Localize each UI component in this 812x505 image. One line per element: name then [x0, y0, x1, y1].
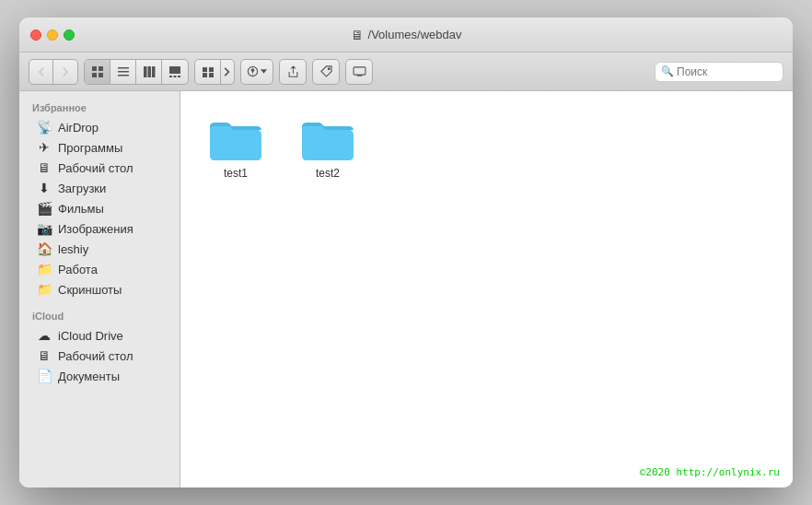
view-button-group: [84, 59, 189, 85]
screenshots-icon: 📁: [36, 282, 52, 297]
tag-button[interactable]: [312, 59, 340, 85]
svg-rect-12: [174, 76, 177, 77]
sidebar-item-downloads[interactable]: ⬇ Загрузки: [23, 178, 176, 198]
svg-rect-4: [118, 67, 129, 69]
icloud-label: iCloud: [19, 311, 180, 325]
sidebar-item-icloud-drive[interactable]: ☁ iCloud Drive: [23, 325, 176, 346]
file-grid: test1 test2: [199, 110, 774, 187]
watermark: ©2020 http://onlynix.ru: [640, 466, 780, 478]
search-box[interactable]: 🔍: [655, 62, 783, 82]
programs-icon: ✈: [36, 140, 52, 155]
svg-rect-3: [99, 73, 103, 77]
sidebar-item-desktop-label: Рабочий стол: [58, 161, 133, 175]
svg-rect-7: [144, 66, 147, 77]
svg-rect-15: [203, 73, 207, 77]
finder-window: 🖥 /Volumes/webdav: [19, 18, 793, 487]
title-text: /Volumes/webdav: [368, 28, 462, 41]
sidebar-item-programs[interactable]: ✈ Программы: [23, 137, 176, 158]
main-content: Избранное 📡 AirDrop ✈ Программы 🖥 Рабочи…: [19, 91, 793, 487]
svg-rect-9: [152, 66, 156, 77]
sidebar-item-icloud-desktop[interactable]: 🖥 Рабочий стол: [23, 346, 176, 366]
forward-button[interactable]: [53, 60, 77, 84]
movies-icon: 🎬: [36, 201, 52, 216]
sidebar-item-documents[interactable]: 📄 Документы: [23, 366, 176, 386]
sidebar-item-work[interactable]: 📁 Работа: [23, 259, 176, 279]
titlebar: 🖥 /Volumes/webdav: [19, 18, 793, 53]
images-icon: 📷: [36, 221, 52, 236]
close-button[interactable]: [30, 29, 41, 41]
file-item-test1[interactable]: test1: [199, 110, 273, 187]
leshiy-icon: 🏠: [36, 241, 52, 256]
downloads-icon: ⬇: [36, 181, 52, 195]
sidebar-item-movies-label: Фильмы: [58, 202, 104, 216]
documents-icon: 📄: [36, 369, 52, 383]
svg-rect-6: [118, 75, 129, 76]
search-input[interactable]: [677, 65, 777, 78]
file-label-test2: test2: [316, 167, 340, 180]
sidebar-item-icloud-drive-label: iCloud Drive: [58, 329, 123, 343]
svg-rect-5: [118, 71, 129, 73]
sidebar-divider: [19, 299, 180, 311]
group-button[interactable]: [195, 60, 221, 84]
search-icon: 🔍: [661, 65, 674, 77]
svg-rect-17: [209, 73, 214, 77]
file-area: test1 test2 ©2020 http://onlynix.ru: [180, 91, 793, 487]
sidebar-item-screenshots[interactable]: 📁 Скриншоты: [23, 279, 176, 299]
svg-rect-13: [178, 76, 180, 77]
svg-rect-0: [92, 66, 97, 71]
favorites-label: Избранное: [19, 102, 180, 117]
disk-icon: 🖥: [351, 28, 364, 42]
column-view-button[interactable]: [136, 60, 162, 84]
action-button[interactable]: [240, 59, 273, 85]
nav-button-group: [29, 59, 78, 85]
file-label-test1: test1: [224, 167, 248, 180]
screen-button[interactable]: [345, 59, 373, 85]
sidebar-item-desktop[interactable]: 🖥 Рабочий стол: [23, 158, 176, 178]
svg-rect-11: [169, 76, 172, 77]
sidebar-item-leshiy-label: leshiy: [58, 242, 88, 256]
group-chevron-button[interactable]: [221, 60, 234, 84]
desktop-icon: 🖥: [36, 160, 52, 175]
list-view-button[interactable]: [110, 60, 136, 84]
work-icon: 📁: [36, 262, 52, 276]
sidebar-item-airdrop-label: AirDrop: [58, 121, 99, 135]
svg-rect-14: [203, 67, 207, 72]
window-title: 🖥 /Volumes/webdav: [351, 28, 462, 42]
sidebar-item-airdrop[interactable]: 📡 AirDrop: [23, 117, 176, 137]
sidebar-item-icloud-desktop-label: Рабочий стол: [58, 349, 133, 363]
sidebar-item-programs-label: Программы: [58, 141, 122, 155]
share-button[interactable]: [279, 59, 307, 85]
svg-point-20: [328, 68, 330, 70]
folder-icon-test2: [300, 117, 355, 161]
sidebar-item-documents-label: Документы: [58, 370, 120, 383]
traffic-lights: [30, 29, 75, 41]
sidebar-item-downloads-label: Загрузки: [58, 182, 106, 195]
svg-point-19: [252, 74, 253, 75]
svg-rect-2: [92, 73, 97, 77]
icloud-drive-icon: ☁: [36, 328, 52, 343]
sidebar-item-leshiy[interactable]: 🏠 leshiy: [23, 239, 176, 259]
svg-rect-8: [147, 66, 151, 77]
file-item-test2[interactable]: test2: [291, 110, 365, 187]
svg-rect-21: [354, 67, 365, 75]
svg-rect-16: [209, 67, 214, 72]
icon-view-button[interactable]: [85, 60, 110, 84]
svg-rect-10: [169, 66, 180, 74]
sidebar-item-images-label: Изображения: [58, 222, 133, 236]
folder-icon-test1: [208, 117, 263, 161]
minimize-button[interactable]: [47, 29, 58, 41]
airdrop-icon: 📡: [36, 120, 52, 135]
toolbar: 🔍: [19, 53, 793, 91]
sidebar-item-images[interactable]: 📷 Изображения: [23, 218, 176, 239]
sidebar-item-work-label: Работа: [58, 263, 98, 276]
svg-rect-1: [99, 66, 103, 71]
sidebar-item-screenshots-label: Скриншоты: [58, 283, 122, 297]
sidebar-item-movies[interactable]: 🎬 Фильмы: [23, 198, 176, 218]
group-button-group: [194, 59, 235, 85]
gallery-view-button[interactable]: [162, 60, 188, 84]
sidebar: Избранное 📡 AirDrop ✈ Программы 🖥 Рабочи…: [19, 91, 180, 487]
back-button[interactable]: [29, 60, 53, 84]
maximize-button[interactable]: [64, 29, 75, 41]
icloud-desktop-icon: 🖥: [36, 348, 52, 363]
